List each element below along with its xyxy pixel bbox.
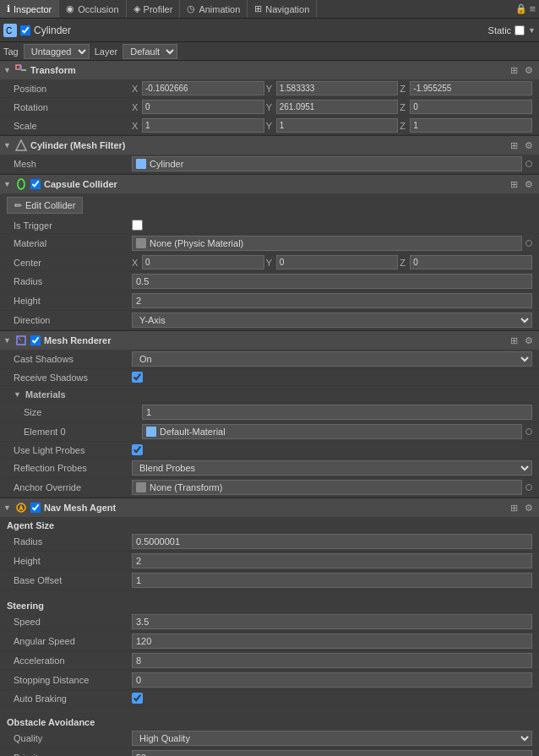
mesh-filter-copy-icon[interactable]: ⊞	[507, 139, 520, 152]
scale-y-input[interactable]	[276, 118, 399, 133]
tab-profiler[interactable]: ◈ Profiler	[127, 0, 181, 18]
mesh-renderer-settings-icon[interactable]: ⚙	[522, 334, 536, 347]
static-checkbox[interactable]	[514, 25, 525, 35]
object-enabled-checkbox[interactable]	[20, 25, 30, 35]
position-label: Position	[14, 84, 132, 94]
is-trigger-checkbox[interactable]	[132, 220, 143, 231]
profiler-icon: ◈	[133, 3, 140, 14]
element0-label: Element 0	[24, 427, 142, 437]
profiler-label: Profiler	[144, 4, 173, 14]
receive-shadows-row: Receive Shadows	[0, 369, 539, 386]
base-offset-row: Base Offset	[0, 571, 539, 590]
mesh-renderer-icon	[15, 334, 27, 346]
stopping-distance-label: Stopping Distance	[14, 675, 132, 685]
priority-input[interactable]	[132, 750, 532, 756]
acceleration-row: Acceleration	[0, 651, 539, 671]
agent-radius-label: Radius	[14, 536, 132, 547]
material-select-button[interactable]	[525, 240, 532, 247]
capsule-collider-copy-icon[interactable]: ⊞	[507, 177, 520, 191]
position-x-input[interactable]	[142, 81, 264, 95]
acceleration-input[interactable]	[132, 653, 532, 668]
auto-braking-checkbox[interactable]	[132, 693, 143, 704]
center-y-input[interactable]	[276, 255, 399, 269]
nav-mesh-agent-section: ▼ Nav Mesh Agent ⊞ ⚙ Agent Size Radius H…	[0, 498, 539, 756]
capsule-collider-enabled-checkbox[interactable]	[30, 179, 41, 189]
transform-copy-icon[interactable]: ⊞	[507, 63, 520, 77]
capsule-collider-header[interactable]: ▼ Capsule Collider ⊞ ⚙	[0, 175, 539, 193]
anchor-override-select-button[interactable]	[525, 484, 532, 491]
direction-row: Direction Y-Axis	[0, 311, 539, 330]
lock-icon[interactable]: 🔒	[515, 3, 527, 14]
rotation-y-input[interactable]	[276, 100, 399, 114]
tag-select[interactable]: Untagged	[24, 44, 90, 59]
scale-x-input[interactable]	[142, 118, 264, 133]
materials-row[interactable]: ▼ Materials	[0, 386, 539, 403]
mesh-renderer-copy-icon[interactable]: ⊞	[507, 334, 520, 347]
tab-inspector[interactable]: ℹ Inspector	[0, 0, 59, 18]
reflection-probes-select[interactable]: Blend Probes	[132, 460, 532, 476]
scale-z-input[interactable]	[410, 118, 532, 133]
tab-navigation[interactable]: ⊞ Navigation	[248, 0, 317, 18]
nav-mesh-agent-icon	[15, 502, 27, 514]
mesh-renderer-header[interactable]: ▼ Mesh Renderer ⊞ ⚙	[0, 331, 539, 350]
agent-height-row: Height	[0, 552, 539, 571]
center-x-input[interactable]	[142, 255, 264, 269]
rotation-x-input[interactable]	[142, 100, 264, 114]
material-row: Material None (Physic Material)	[0, 234, 539, 253]
position-z-input[interactable]	[410, 81, 532, 95]
mesh-select-button[interactable]	[525, 160, 532, 167]
mesh-filter-section: ▼ Cylinder (Mesh Filter) ⊞ ⚙ Mesh Cylind…	[0, 136, 539, 175]
edit-collider-button[interactable]: ✏ Edit Collider	[7, 197, 83, 214]
materials-size-input[interactable]	[142, 405, 532, 420]
transform-settings-icon[interactable]: ⚙	[522, 63, 536, 77]
angular-speed-label: Angular Speed	[14, 636, 132, 646]
base-offset-input[interactable]	[132, 573, 532, 588]
position-y-input[interactable]	[276, 81, 399, 95]
mesh-filter-settings-icon[interactable]: ⚙	[522, 139, 536, 152]
reflection-probes-label: Reflection Probes	[14, 463, 132, 473]
scale-x-label: X	[132, 121, 140, 131]
layer-select[interactable]: Default	[122, 44, 177, 59]
element0-select-button[interactable]	[525, 428, 532, 435]
rotation-z-input[interactable]	[410, 100, 532, 114]
mesh-filter-title: Cylinder (Mesh Filter)	[30, 140, 504, 150]
agent-radius-row: Radius	[0, 532, 539, 552]
stopping-distance-input[interactable]	[132, 672, 532, 688]
receive-shadows-checkbox[interactable]	[132, 372, 143, 383]
priority-label: Priority	[14, 753, 132, 756]
capsule-height-input[interactable]	[132, 293, 532, 308]
angular-speed-input[interactable]	[132, 634, 532, 649]
agent-height-label: Height	[14, 556, 132, 566]
use-light-probes-label: Use Light Probes	[14, 445, 132, 455]
tab-occlusion[interactable]: ◉ Occlusion	[59, 0, 126, 18]
nav-mesh-agent-enabled-checkbox[interactable]	[30, 503, 41, 513]
element0-row: Element 0 Default-Material	[0, 422, 539, 442]
capsule-collider-settings-icon[interactable]: ⚙	[522, 177, 536, 191]
quality-select[interactable]: High Quality	[132, 731, 532, 746]
capsule-collider-arrow-icon: ▼	[3, 180, 12, 188]
stopping-distance-row: Stopping Distance	[0, 671, 539, 690]
cast-shadows-select[interactable]: On	[132, 351, 532, 367]
is-trigger-row: Is Trigger	[0, 217, 539, 234]
static-dropdown-icon[interactable]: ▼	[528, 26, 536, 35]
mesh-renderer-enabled-checkbox[interactable]	[30, 335, 41, 345]
center-y-label: Y	[266, 258, 275, 268]
layer-label: Layer	[95, 46, 118, 57]
tab-animation[interactable]: ◷ Animation	[180, 0, 248, 18]
speed-input[interactable]	[132, 614, 532, 629]
mesh-filter-header[interactable]: ▼ Cylinder (Mesh Filter) ⊞ ⚙	[0, 136, 539, 155]
nav-mesh-agent-settings-icon[interactable]: ⚙	[522, 501, 536, 514]
center-z-input[interactable]	[410, 255, 532, 269]
use-light-probes-checkbox[interactable]	[132, 444, 143, 455]
materials-arrow-icon: ▼	[14, 390, 22, 399]
reflection-probes-row: Reflection Probes Blend Probes	[0, 459, 539, 478]
agent-height-input[interactable]	[132, 553, 532, 568]
nav-mesh-agent-copy-icon[interactable]: ⊞	[507, 501, 520, 514]
svg-text:C: C	[6, 26, 12, 35]
transform-section-header[interactable]: ▼ Transform ⊞ ⚙	[0, 61, 539, 79]
direction-select[interactable]: Y-Axis	[132, 313, 532, 328]
agent-radius-input[interactable]	[132, 534, 532, 549]
menu-icon[interactable]: ≡	[529, 3, 536, 15]
nav-mesh-agent-header[interactable]: ▼ Nav Mesh Agent ⊞ ⚙	[0, 498, 539, 517]
capsule-radius-input[interactable]	[132, 274, 532, 289]
